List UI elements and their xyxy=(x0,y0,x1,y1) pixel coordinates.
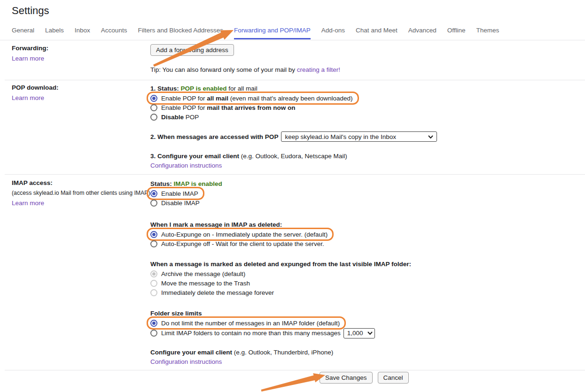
imap-deleted-block: When I mark a message in IMAP as deleted… xyxy=(150,220,585,248)
radio-expunge-trash-label: Move the message to the Trash xyxy=(161,280,250,287)
imap-deleted-heading: When I mark a message in IMAP as deleted… xyxy=(150,221,282,228)
settings-tab-bar: General Labels Inbox Accounts Filters an… xyxy=(12,27,499,39)
imap-configuration-instructions-link[interactable]: Configuration instructions xyxy=(150,358,222,365)
radio-folder-limit[interactable] xyxy=(150,330,157,337)
radio-row-pop-disable: Disable POP xyxy=(150,112,585,122)
folder-limit-select-value: 1,000 xyxy=(347,330,363,337)
tab-filters-blocked-addresses[interactable]: Filters and Blocked Addresses xyxy=(138,27,223,39)
chevron-down-icon xyxy=(367,331,373,335)
footer-divider xyxy=(5,370,585,370)
pop-copy-select[interactable]: keep skylead.io Mail's copy in the Inbox xyxy=(281,131,437,142)
imap-expunge-block: When a message is marked as deleted and … xyxy=(150,259,585,297)
folder-size-block: Folder size limits Do not limit the numb… xyxy=(150,308,585,338)
forwarding-tip: Tip: You can also forward only some of y… xyxy=(150,65,585,74)
radio-row-pop-all-mail: Enable POP for all mail (even mail that'… xyxy=(150,93,585,103)
pop-configure-block: 3. Configure your email client (e.g. Out… xyxy=(150,152,585,170)
radio-pop-from-now-on[interactable] xyxy=(150,104,157,111)
tab-general[interactable]: General xyxy=(12,27,34,39)
pop-configuration-instructions-link[interactable]: Configuration instructions xyxy=(150,162,222,169)
tab-advanced[interactable]: Advanced xyxy=(408,27,437,39)
imap-status-prefix: Status: xyxy=(150,180,174,187)
imap-label-column: IMAP access: (access skylead.io Mail fro… xyxy=(0,179,150,367)
pop-download-section: POP download: Learn more 1. Status: POP … xyxy=(0,84,585,170)
imap-access-sublabel: (access skylead.io Mail from other clien… xyxy=(12,189,150,197)
save-changes-button[interactable]: Save Changes xyxy=(320,372,373,384)
radio-expunge-delete xyxy=(150,289,157,296)
radio-row-expunge-delete: Immediately delete the message forever xyxy=(150,288,585,297)
annotation-highlight-box: Auto-Expunge on - Immediately update the… xyxy=(147,228,334,241)
radio-pop-disable-label: Disable POP xyxy=(161,114,199,121)
annotation-highlight-box: Enable POP for all mail (even mail that'… xyxy=(147,92,359,105)
imap-learn-more-link[interactable]: Learn more xyxy=(12,199,44,208)
pop-download-label: POP download: xyxy=(12,84,150,92)
folder-size-heading: Folder size limits xyxy=(150,310,202,317)
page-title: Settings xyxy=(12,5,49,17)
chevron-down-icon xyxy=(428,135,433,138)
imap-expunge-heading: When a message is marked as deleted and … xyxy=(150,261,411,268)
radio-expunge-archive-label: Archive the message (default) xyxy=(161,270,245,277)
pop-label-column: POP download: Learn more xyxy=(0,84,150,170)
tab-themes[interactable]: Themes xyxy=(476,27,499,39)
radio-imap-disable-label: Disable IMAP xyxy=(161,200,200,207)
radio-expunge-archive xyxy=(150,270,157,277)
imap-configure-line: Configure your email client (e.g. Outloo… xyxy=(150,348,585,357)
radio-row-imap-disable: Disable IMAP xyxy=(150,198,585,208)
tab-chat-and-meet[interactable]: Chat and Meet xyxy=(356,27,398,39)
radio-row-folder-nolimit: Do not limit the number of messages in a… xyxy=(150,318,585,328)
tab-offline[interactable]: Offline xyxy=(447,27,466,39)
forwarding-learn-more-link[interactable]: Learn more xyxy=(12,54,44,63)
radio-row-expunge-trash: Move the message to the Trash xyxy=(150,278,585,288)
cancel-button[interactable]: Cancel xyxy=(378,372,409,384)
forwarding-tip-text: Tip: You can also forward only some of y… xyxy=(150,66,297,73)
radio-pop-all-mail-label: Enable POP for all mail (even mail that'… xyxy=(161,95,353,102)
tab-inbox[interactable]: Inbox xyxy=(75,27,90,39)
radio-folder-nolimit[interactable] xyxy=(150,320,157,327)
annotation-highlight-box: Enable IMAP xyxy=(147,187,204,200)
tab-forwarding-pop-imap[interactable]: Forwarding and POP/IMAP xyxy=(234,27,311,39)
pop-status-prefix: 1. Status: xyxy=(150,85,181,92)
radio-expunge-trash xyxy=(150,280,157,287)
radio-folder-limit-label: Limit IMAP folders to contain no more th… xyxy=(161,330,341,337)
section-divider xyxy=(5,174,585,175)
radio-pop-all-mail[interactable] xyxy=(150,95,157,102)
radio-autoexpunge-off[interactable] xyxy=(150,240,157,247)
radio-autoexpunge-off-label: Auto-Expunge off - Wait for the client t… xyxy=(161,240,324,247)
imap-status-line: Status: IMAP is enabled xyxy=(150,179,585,189)
forwarding-label: Forwarding: xyxy=(12,44,150,53)
radio-row-pop-from-now-on: Enable POP for mail that arrives from no… xyxy=(150,103,585,112)
imap-status-value: IMAP is enabled xyxy=(174,180,222,187)
forwarding-label-column: Forwarding: Learn more xyxy=(0,44,150,74)
creating-a-filter-link[interactable]: creating a filter! xyxy=(297,66,340,73)
add-forwarding-address-button[interactable]: Add a forwarding address xyxy=(150,44,234,56)
pop-learn-more-link[interactable]: Learn more xyxy=(12,94,44,102)
radio-row-autoexpunge-on: Auto-Expunge on - Immediately update the… xyxy=(150,230,585,239)
imap-configure-block: Configure your email client (e.g. Outloo… xyxy=(150,348,585,367)
pop-access-row: 2. When messages are accessed with POP k… xyxy=(150,131,585,142)
radio-row-expunge-archive: Archive the message (default) xyxy=(150,269,585,278)
radio-pop-disable[interactable] xyxy=(150,114,157,121)
imap-access-label: IMAP access: xyxy=(12,179,150,187)
radio-row-folder-limit: Limit IMAP folders to contain no more th… xyxy=(150,328,585,338)
radio-folder-nolimit-label: Do not limit the number of messages in a… xyxy=(161,320,340,327)
radio-expunge-delete-label: Immediately delete the message forever xyxy=(161,289,274,296)
tab-labels[interactable]: Labels xyxy=(45,27,64,39)
imap-access-section: IMAP access: (access skylead.io Mail fro… xyxy=(0,179,585,367)
pop-copy-select-value: keep skylead.io Mail's copy in the Inbox xyxy=(285,133,396,140)
forwarding-section: Forwarding: Learn more Add a forwarding … xyxy=(0,44,585,74)
pop-configure-line: 3. Configure your email client (e.g. Out… xyxy=(150,152,585,161)
radio-imap-disable[interactable] xyxy=(150,200,157,207)
folder-limit-select[interactable]: 1,000 xyxy=(343,328,375,338)
radio-pop-from-now-on-label: Enable POP for mail that arrives from no… xyxy=(161,104,296,111)
pop-status-suffix: for all mail xyxy=(227,85,257,92)
radio-row-imap-enable: Enable IMAP xyxy=(150,189,585,198)
footer-actions: Save Changes Cancel xyxy=(0,372,585,384)
radio-imap-enable-label: Enable IMAP xyxy=(161,190,198,197)
pop-access-label: 2. When messages are accessed with POP xyxy=(150,133,278,140)
tab-accounts[interactable]: Accounts xyxy=(101,27,127,39)
tab-add-ons[interactable]: Add-ons xyxy=(321,27,345,39)
radio-autoexpunge-on-label: Auto-Expunge on - Immediately update the… xyxy=(161,231,328,238)
pop-status-value: POP is enabled xyxy=(181,85,227,92)
section-divider xyxy=(5,80,585,80)
radio-autoexpunge-on[interactable] xyxy=(150,231,157,238)
radio-imap-enable[interactable] xyxy=(150,190,157,197)
